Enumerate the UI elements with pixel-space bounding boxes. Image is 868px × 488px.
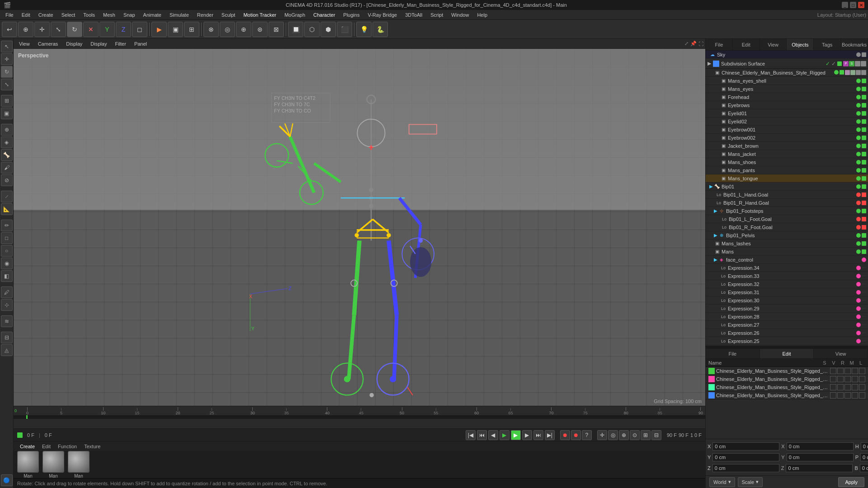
sidebar-paint-tool[interactable]: 🖌 — [1, 162, 13, 174]
bip-rhand-vis[interactable] — [862, 201, 866, 205]
tool6[interactable]: 🔲 — [288, 22, 303, 37]
obj-row-expr26[interactable]: Lo Expression.26 ··· — [706, 329, 868, 337]
char-tag3[interactable] — [856, 70, 861, 75]
viewport-fullscreen-icon[interactable]: ⛶ — [698, 41, 703, 47]
helpers-m-box[interactable] — [852, 384, 858, 390]
menu-3dtoall[interactable]: 3DToAll — [401, 11, 426, 19]
timeline-tool1[interactable]: ✛ — [597, 430, 607, 440]
maximize-button[interactable]: □ — [850, 2, 856, 8]
menu-snap[interactable]: Snap — [120, 11, 139, 19]
shoes-vis[interactable] — [862, 160, 866, 164]
obj-row-eyes[interactable]: ▣ Mans_eyes — [706, 85, 868, 93]
play-forward-button[interactable]: ▶ — [511, 430, 521, 440]
obj-row-jacket[interactable]: ▣ Jacket_brown — [706, 142, 868, 150]
bones-r-box[interactable] — [844, 376, 851, 382]
obj-row-eyelid02[interactable]: ▣ Eyelid02 — [706, 117, 868, 126]
mat-tab-edit[interactable]: Edit — [39, 443, 53, 450]
right-tab-objects[interactable]: Objects — [787, 39, 814, 50]
vp-tab-cameras[interactable]: Cameras — [34, 40, 62, 47]
hf-r-box[interactable] — [844, 392, 851, 399]
tool9[interactable]: ⬛ — [337, 22, 352, 37]
menu-render[interactable]: Render — [193, 11, 217, 19]
jacket-vis[interactable] — [862, 144, 866, 148]
sidebar-null-tool[interactable]: ◉ — [1, 258, 13, 269]
char-vis[interactable] — [840, 70, 844, 75]
sky-visibility[interactable] — [862, 52, 866, 57]
timeline-tool5[interactable]: ⊞ — [641, 430, 651, 440]
obj-row-bip-pelvis[interactable]: ▶ ⊕ Bip01_Pelvis — [706, 231, 868, 239]
z2-input[interactable] — [786, 464, 853, 472]
obj-row-bip01[interactable]: ▶ 🦴 Bip01 — [706, 183, 868, 191]
prev-frame-button[interactable]: ◀ — [488, 430, 498, 440]
bip-lfoot-vis[interactable] — [862, 217, 866, 221]
props-tab-file[interactable]: File — [706, 349, 760, 358]
timeline-track[interactable] — [14, 415, 705, 419]
tool8[interactable]: ⬢ — [321, 22, 336, 37]
sidebar-model-tool[interactable]: ▣ — [1, 108, 13, 119]
apply-button[interactable]: Apply — [838, 477, 864, 487]
obj-row-face-control[interactable]: ▶ ◈ face_control — [706, 256, 868, 264]
scale-button[interactable]: Scale ▾ — [738, 477, 763, 487]
tool5[interactable]: ⊠ — [269, 22, 284, 37]
obj-row-bip-lfoot[interactable]: Lo Bip01_L_Foot.Goal — [706, 215, 868, 223]
h-input[interactable] — [861, 442, 868, 450]
obj-row-bip-footsteps[interactable]: ▶ ⊹ Bip01_Footsteps — [706, 207, 868, 215]
sidebar-measure-tool[interactable]: 📐 — [1, 203, 13, 215]
record-button[interactable]: ⏺ — [560, 430, 570, 440]
world-button[interactable]: World ▾ — [709, 477, 735, 487]
props-tab-edit[interactable]: Edit — [760, 349, 814, 358]
obj-row-pants[interactable]: ▣ Mans_pants — [706, 166, 868, 174]
sidebar-box-tool[interactable]: □ — [1, 232, 13, 244]
mans-vis[interactable] — [862, 249, 866, 254]
prop-row-bones[interactable]: Chinese_Elderly_Man_Business_Style_Rigge… — [706, 375, 868, 383]
rotate-button[interactable]: ↻ — [67, 22, 82, 37]
subdiv-tag2[interactable]: S — [849, 61, 854, 66]
sidebar-pen-tool[interactable]: ✏ — [1, 220, 13, 231]
footsteps-expand[interactable]: ▶ — [714, 208, 717, 213]
obj-row-expr27[interactable]: Lo Expression.27 ··· — [706, 321, 868, 329]
obj-row-expr33[interactable]: Lo Expression.33 ··· — [706, 272, 868, 280]
x-input[interactable] — [712, 442, 779, 450]
play-button[interactable]: ▶ — [500, 430, 509, 440]
pelvis-vis[interactable] — [862, 233, 866, 238]
x-axis-button[interactable]: ✕ — [83, 22, 99, 37]
vp-tab-panel[interactable]: Panel — [131, 40, 151, 47]
geom-v-box[interactable] — [837, 368, 844, 374]
menu-plugins[interactable]: Plugins — [340, 11, 363, 19]
menu-script[interactable]: Script — [427, 11, 447, 19]
char-tag2[interactable] — [850, 70, 855, 75]
obj-row-mans-jacket[interactable]: ▣ Mans_jacket — [706, 150, 868, 158]
sidebar-deform-tool[interactable]: ◈ — [1, 136, 13, 148]
object-list[interactable]: ▣ Chinese_Elderly_Man_Business_Style_Rig… — [706, 69, 868, 346]
z-axis-button[interactable]: Z — [116, 22, 131, 37]
viewport-pin-icon[interactable]: 📌 — [690, 41, 697, 47]
right-tab-tags[interactable]: Tags — [814, 39, 841, 50]
obj-row-bip-rhand[interactable]: Lo Bip01_R_Hand.Goal — [706, 199, 868, 207]
move-button[interactable]: ✛ — [34, 22, 50, 37]
eyes-vis[interactable] — [862, 87, 866, 91]
b-input[interactable] — [860, 464, 868, 472]
bip-rfoot-vis[interactable] — [862, 225, 866, 230]
helpers-s-box[interactable] — [830, 384, 836, 390]
obj-row-expr32[interactable]: Lo Expression.32 ··· — [706, 280, 868, 288]
minimize-button[interactable]: _ — [842, 2, 848, 8]
geom-m-box[interactable] — [852, 368, 858, 374]
timeline-ruler[interactable]: 0 5 10 15 — [14, 406, 705, 415]
material-swatch-2[interactable]: Man — [42, 451, 64, 479]
hf-l-box[interactable] — [859, 392, 865, 399]
viewport[interactable]: Perspective FY CH3N TO C4T2 FY CH3N TO 7… — [14, 49, 705, 406]
subdivision-surface-header[interactable]: ▶ Subdivision Surface ✓ ✓ P S — [706, 59, 868, 69]
x2-input[interactable] — [787, 442, 854, 450]
mat-tab-function[interactable]: Function — [55, 443, 80, 450]
eyebrow002-vis[interactable] — [862, 136, 866, 140]
sidebar-disk-tool[interactable]: ○ — [1, 245, 13, 257]
menu-create[interactable]: Create — [35, 11, 57, 19]
vp-tab-display[interactable]: Display — [62, 40, 86, 47]
close-button[interactable]: ✕ — [858, 2, 864, 8]
obj-row-char[interactable]: ▣ Chinese_Elderly_Man_Business_Style_Rig… — [706, 69, 868, 77]
eyelid01-vis[interactable] — [862, 111, 866, 116]
menu-window[interactable]: Window — [448, 11, 472, 19]
vp-tab-display2[interactable]: Display — [87, 40, 110, 47]
next-key-button[interactable]: ⏭ — [533, 430, 543, 440]
props-tab-view[interactable]: View — [814, 349, 868, 358]
